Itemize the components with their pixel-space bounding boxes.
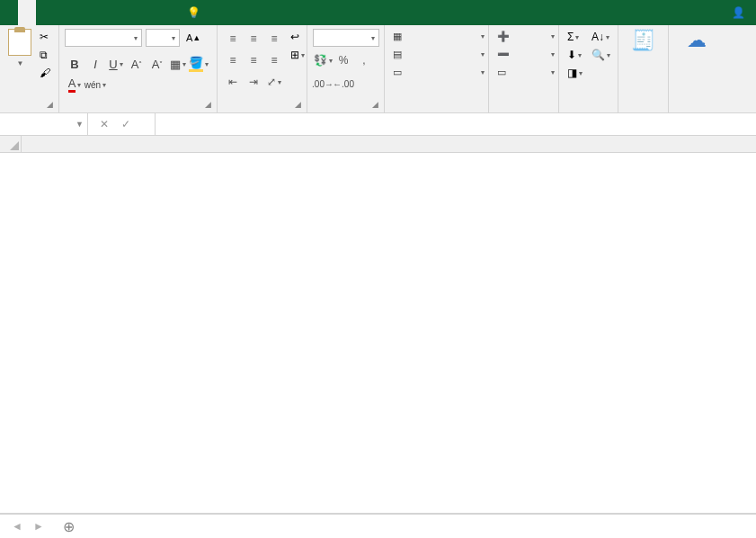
format-icon: ▭	[497, 67, 506, 78]
invoice-icon: 🧾	[631, 29, 655, 52]
select-all-button[interactable]	[0, 136, 22, 153]
increase-font-size-button[interactable]: A˄	[127, 54, 147, 74]
name-box[interactable]: ▼	[0, 113, 88, 135]
align-top-button[interactable]: ≡	[223, 29, 243, 49]
tab-home[interactable]	[18, 0, 36, 25]
formula-input[interactable]	[156, 113, 756, 135]
spreadsheet-grid	[0, 136, 756, 514]
format-painter-button[interactable]: 🖌	[37, 65, 53, 81]
font-color-button[interactable]: A▾	[65, 75, 84, 94]
insert-cells-button[interactable]: ➕▾	[494, 29, 557, 44]
cell-style-icon: ▭	[393, 67, 402, 78]
format-cells-button[interactable]: ▭▾	[494, 65, 557, 80]
share-button[interactable]: 👤	[725, 0, 756, 25]
orientation-button[interactable]: ⤢▾	[264, 72, 284, 92]
new-sheet-button[interactable]: ⊕	[56, 515, 82, 539]
align-center-button[interactable]: ≡	[244, 50, 263, 70]
increase-font-button[interactable]: A▲	[183, 29, 203, 47]
check-icon: ✓	[121, 118, 130, 130]
decrease-indent-button[interactable]: ⇤	[223, 72, 243, 92]
sheet-tab-bar: ◄ ► ⊕	[0, 514, 756, 538]
merge-button[interactable]: ⊞▾	[288, 47, 307, 63]
autosum-button[interactable]: Σ▾	[565, 29, 585, 45]
align-middle-button[interactable]: ≡	[244, 29, 263, 49]
decrease-decimal-button[interactable]: ←.00	[334, 74, 353, 94]
tab-file[interactable]	[0, 0, 18, 25]
align-bottom-button[interactable]: ≡	[264, 29, 284, 49]
tab-review[interactable]	[108, 0, 126, 25]
fill-down-icon: ⬇	[567, 49, 576, 61]
cell-styles-button[interactable]: ▭▾	[390, 65, 487, 80]
comma-button[interactable]: ,	[354, 50, 374, 70]
delete-cells-button[interactable]: ➖▾	[494, 47, 557, 62]
currency-button[interactable]: 💱▾	[313, 50, 333, 70]
baidu-disk-icon: ☁	[687, 29, 707, 52]
number-format-combo[interactable]: ▾	[313, 29, 379, 47]
sheet-nav-last-button[interactable]: ►	[31, 518, 47, 534]
tab-formulas[interactable]	[72, 0, 90, 25]
group-styles: ▦▾ ▤▾ ▭▾	[385, 25, 489, 112]
wrap-text-button[interactable]: ↩	[288, 29, 307, 45]
font-color-icon: A	[68, 76, 76, 93]
sort-icon: A↓	[591, 31, 604, 43]
increase-indent-button[interactable]: ⇥	[244, 72, 263, 92]
sheet-nav-first-button[interactable]: ◄	[9, 518, 25, 534]
clear-button[interactable]: ◨▾	[565, 65, 585, 81]
chevron-down-icon: ▾	[134, 34, 138, 42]
invoice-check-button[interactable]: 🧾	[631, 29, 655, 54]
font-size-combo[interactable]: ▾	[146, 29, 180, 47]
increase-decimal-button[interactable]: .00→	[313, 74, 333, 94]
column-headers	[22, 136, 756, 153]
tab-pdf-tools[interactable]	[144, 0, 162, 25]
group-clipboard: ▼ ✂ ⧉ 🖌 ◢	[0, 25, 59, 112]
dialog-launcher-icon[interactable]: ◢	[295, 100, 301, 109]
fill-color-button[interactable]: 🪣▾	[189, 54, 209, 74]
accept-formula-button[interactable]: ✓	[119, 116, 133, 132]
decrease-font-size-button[interactable]: A˅	[147, 54, 167, 74]
x-icon: ✕	[100, 118, 109, 130]
cells-area[interactable]	[22, 153, 756, 513]
group-font: ▾ ▾ A▲ B I U▾ A˄ A˅ ▦▾ 🪣▾ A▾ wén▾ ◢	[59, 25, 218, 112]
conditional-format-button[interactable]: ▦▾	[390, 29, 487, 44]
cut-button[interactable]: ✂	[37, 29, 53, 45]
bold-button[interactable]: B	[65, 54, 84, 74]
chevron-down-icon: ▼	[76, 120, 84, 129]
fill-button[interactable]: ⬇▾	[565, 47, 585, 63]
delete-icon: ➖	[497, 49, 510, 60]
align-right-button[interactable]: ≡	[264, 50, 284, 70]
tab-view[interactable]	[126, 0, 144, 25]
chevron-down-icon: ▾	[172, 34, 175, 42]
save-to-baidu-button[interactable]: ☁	[687, 29, 707, 54]
sort-filter-button[interactable]: A↓▾	[589, 29, 613, 45]
cancel-formula-button[interactable]: ✕	[97, 116, 111, 132]
underline-button[interactable]: U▾	[106, 54, 126, 74]
find-select-button[interactable]: 🔍▾	[589, 47, 613, 63]
tab-page-layout[interactable]	[54, 0, 72, 25]
tab-baidu-disk[interactable]	[162, 0, 180, 25]
chevron-down-icon: ▼	[17, 59, 24, 67]
align-left-button[interactable]: ≡	[223, 50, 243, 70]
clipboard-icon	[8, 29, 31, 56]
fx-button[interactable]	[140, 122, 146, 126]
percent-button[interactable]: %	[334, 50, 353, 70]
border-button[interactable]: ▦▾	[168, 54, 188, 74]
paste-button[interactable]: ▼	[5, 29, 33, 67]
italic-button[interactable]: I	[85, 54, 105, 74]
copy-icon: ⧉	[40, 49, 48, 61]
group-alignment: ≡ ≡ ≡ ≡ ≡ ≡ ⇤ ⇥ ⤢▾ ↩ ⊞▾ ◢	[218, 25, 307, 112]
triangle-left-icon: ◄	[12, 520, 22, 533]
bucket-icon: 🪣	[189, 56, 203, 72]
font-name-combo[interactable]: ▾	[65, 29, 142, 47]
dialog-launcher-icon[interactable]: ◢	[372, 100, 378, 109]
tab-data[interactable]	[90, 0, 108, 25]
dialog-launcher-icon[interactable]: ◢	[47, 100, 53, 109]
tab-insert[interactable]	[36, 0, 54, 25]
phonetic-button[interactable]: wén▾	[85, 75, 105, 94]
copy-button[interactable]: ⧉	[37, 47, 53, 63]
menu-tabs: 💡 👤	[0, 0, 756, 25]
formula-bar: ▼ ✕ ✓	[0, 113, 756, 136]
phonetic-icon: wén	[84, 80, 101, 90]
table-format-button[interactable]: ▤▾	[390, 47, 487, 62]
tell-me-search[interactable]: 💡	[180, 0, 211, 25]
dialog-launcher-icon[interactable]: ◢	[205, 100, 211, 109]
